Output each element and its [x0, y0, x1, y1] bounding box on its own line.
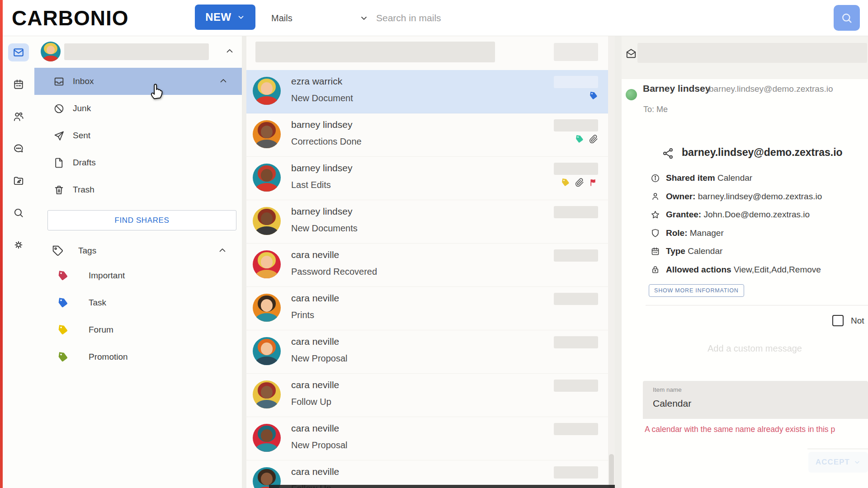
mail-list-item[interactable]: barney lindseyCorrections Done [246, 113, 615, 157]
mail-list-panel: ezra warrickNew Documentbarney lindseyCo… [246, 36, 615, 488]
mail-list-item[interactable]: barney lindseyLast Edits [246, 157, 615, 200]
scrollbar[interactable] [608, 36, 615, 488]
show-more-information-button[interactable]: SHOW MORE INFORMATION [649, 284, 744, 297]
tag-icon [57, 324, 69, 336]
chevron-up-icon[interactable] [217, 245, 227, 255]
date-placeholder [554, 380, 598, 392]
folder-item-junk[interactable]: Junk [34, 95, 242, 122]
avatar [253, 164, 281, 192]
avatar-face [261, 82, 273, 94]
rail-item-settings[interactable] [8, 236, 29, 254]
folder-item-trash[interactable]: Trash [34, 176, 242, 203]
folder-item-sent[interactable]: Sent [34, 122, 242, 149]
rail-item-files[interactable] [8, 172, 29, 190]
accept-button[interactable]: ACCEPT [808, 452, 868, 473]
date-placeholder [554, 163, 598, 175]
avatar [253, 424, 281, 452]
new-button[interactable]: NEW [195, 5, 255, 30]
date-placeholder [554, 336, 598, 348]
chevron-up-icon[interactable] [218, 76, 228, 86]
rail-item-search[interactable] [8, 204, 29, 222]
tag-label: Important [89, 271, 125, 281]
scrollbar-thumb[interactable] [609, 454, 614, 488]
avatar [253, 294, 281, 322]
mail-rows: ezra warrickNew Documentbarney lindseyCo… [246, 70, 615, 488]
avatar [253, 424, 281, 452]
tag-label: Task [89, 298, 106, 308]
custom-message-ghost-text: Add a custom message [708, 343, 802, 354]
sender-email: barney.lindsey@demo.zextras.io [709, 84, 833, 94]
mail-list-item[interactable]: barney lindseyNew Documents [246, 200, 615, 244]
avatar [253, 337, 281, 365]
mail-sender: barney lindsey [291, 206, 352, 217]
share-info-label: Type [666, 246, 685, 256]
mail-list-item[interactable]: cara nevilleNew Proposal [246, 330, 615, 374]
new-button-label: NEW [205, 11, 231, 23]
share-info-text: Allowed actions View,Edit,Add,Remove [666, 265, 821, 275]
rail-item-contacts[interactable] [8, 108, 29, 126]
chevron-down-icon [854, 459, 861, 466]
account-header[interactable] [34, 41, 242, 62]
avatar [253, 337, 281, 365]
rail-item-chat[interactable] [8, 140, 29, 158]
rail-item-mail[interactable] [8, 43, 29, 61]
mail-list-item[interactable]: cara nevilleFollow Up [246, 460, 615, 488]
playback-artifact-bar [269, 485, 615, 488]
folder-label: Sent [73, 131, 90, 141]
mail-indicators [575, 135, 598, 144]
tag-item-important[interactable]: Important [34, 262, 242, 289]
avatar-shirt [255, 226, 278, 235]
tag-icon [561, 178, 571, 188]
mail-sender: barney lindsey [291, 163, 352, 174]
detail-header-strip [622, 36, 868, 79]
mail-subject: Follow Up [291, 397, 331, 407]
trash-icon [53, 184, 65, 196]
loading-placeholder [554, 43, 598, 61]
tag-icon [575, 134, 585, 145]
date-placeholder [554, 76, 598, 88]
app-logo: CARBONIO [12, 0, 128, 36]
mail-list-item[interactable]: cara nevilleFollow Up [246, 374, 615, 417]
rail-item-calendar[interactable] [8, 75, 29, 94]
mail-list-item[interactable]: cara nevillePassword Recovered [246, 244, 615, 287]
date-placeholder [554, 466, 598, 479]
notify-checkbox[interactable] [832, 315, 844, 326]
mail-sender: barney lindsey [291, 119, 352, 130]
chevron-up-icon[interactable] [225, 46, 235, 56]
avatar-face [261, 212, 273, 225]
mail-list-header [246, 36, 615, 70]
avatar-shirt [255, 96, 278, 105]
tag-item-task[interactable]: Task [34, 289, 242, 316]
search-module-select[interactable]: Mails [271, 0, 368, 36]
mail-list-item[interactable]: cara nevilleNew Proposal [246, 417, 615, 460]
divider [646, 305, 868, 305]
tag-item-forum[interactable]: Forum [34, 316, 242, 343]
share-info-row: Grantee: John.Doe@demo.zextras.io [651, 210, 810, 220]
folder-item-inbox[interactable]: Inbox [34, 68, 242, 95]
share-info-label: Allowed actions [666, 265, 731, 274]
date-placeholder [554, 249, 598, 262]
search-input[interactable] [376, 6, 819, 30]
avatar-face [261, 126, 273, 138]
mail-list-item[interactable]: ezra warrickNew Document [246, 70, 615, 113]
tag-icon [589, 91, 599, 101]
share-info-row: Allowed actions View,Edit,Add,Remove [651, 265, 821, 275]
avatar-face [261, 343, 273, 355]
avatar [253, 77, 281, 105]
folder-item-drafts[interactable]: Drafts [34, 149, 242, 176]
folder-label: Drafts [73, 158, 96, 168]
mail-list-item[interactable]: cara nevillePrints [246, 287, 615, 330]
avatar [253, 250, 281, 278]
tag-item-promotion[interactable]: Promotion [34, 343, 242, 371]
mail-detail-panel: Barney lindsey barney.lindsey@demo.zextr… [622, 36, 868, 488]
folder-label: Junk [73, 103, 91, 113]
avatar [41, 42, 61, 61]
share-info-text: Owner: barney.lindsey@demo.zextras.io [666, 192, 822, 202]
share-info-label: Grantee: [666, 210, 701, 219]
find-shares-button[interactable]: FIND SHARES [47, 210, 236, 230]
search-button[interactable] [834, 5, 860, 31]
mail-subject: New Document [291, 93, 353, 103]
item-name-field[interactable]: Item name Calendar [643, 381, 868, 419]
mail-sender: cara neville [291, 293, 339, 304]
tags-section-header[interactable]: Tags [34, 239, 242, 262]
